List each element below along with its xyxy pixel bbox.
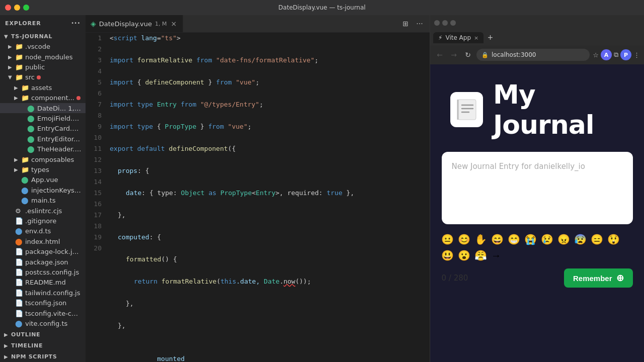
browser-tab-vite[interactable]: ⚡ Vite App ×	[433, 32, 484, 43]
emoji-beam[interactable]: 😁	[507, 232, 521, 246]
tab-close-button[interactable]: ×	[170, 20, 178, 28]
sidebar-item-injectionkeys[interactable]: ⬤ injectionKeys.ts	[0, 185, 86, 195]
sidebar-item-eslintrc[interactable]: ⚙ .eslintrc.cjs	[0, 206, 86, 216]
file-icon: 📄	[15, 289, 23, 297]
more-actions-icon[interactable]: ···	[415, 20, 425, 28]
sidebar-item-tsconfig[interactable]: 📄 tsconfig.json	[0, 298, 86, 308]
browser-toolbar: ← → ↻ 🔒 localhost:3000 ☆ A ⧉ P ⋮	[430, 45, 644, 64]
sidebar-item-emojifield[interactable]: ⬤ EmojiField.vue	[0, 113, 86, 123]
address-bar[interactable]: 🔒 localhost:3000	[476, 49, 590, 61]
sidebar-item-envdts[interactable]: ⬤ env.d.ts	[0, 226, 86, 236]
journal-entry-textarea[interactable]	[452, 162, 623, 212]
remember-button[interactable]: Remember ⊕	[564, 268, 633, 288]
browser-close[interactable]	[434, 20, 440, 26]
sidebar-item-appvue[interactable]: ⬤ App.vue	[0, 175, 86, 185]
emoji-hand[interactable]: ✋	[473, 232, 488, 246]
sidebar-item-packagejson[interactable]: 📄 package.json	[0, 257, 86, 267]
sidebar-item-public[interactable]: ▶ 📁 public	[0, 62, 86, 72]
browser-title-bar	[430, 15, 644, 30]
split-editor-icon[interactable]: ⊞	[400, 20, 411, 28]
maximize-button[interactable]	[23, 5, 29, 11]
sidebar-item-components[interactable]: ▶ 📁 component...	[0, 93, 86, 103]
emoji-expressionless[interactable]: 😑	[590, 232, 604, 246]
emoji-astonished[interactable]: 😲	[606, 232, 621, 246]
sidebar-item-maints[interactable]: ⬤ main.ts	[0, 196, 86, 206]
arrow-icon: ▶	[4, 354, 11, 359]
code-line-26	[110, 309, 430, 320]
emoji-grin[interactable]: 😄	[490, 232, 505, 246]
sidebar-item-postcss[interactable]: 📄 postcss.config.js	[0, 267, 86, 277]
emoji-cry[interactable]: 😭	[523, 232, 538, 246]
profile-avatar[interactable]: P	[620, 49, 631, 60]
vue-file-icon: ⬤	[21, 176, 29, 184]
item-label: tsconfig.json	[25, 299, 66, 307]
emoji-smiley[interactable]: 😃	[440, 248, 455, 262]
code-line-29: mounted (property) date: Entry	[110, 342, 430, 353]
sidebar-item-composables[interactable]: ▶ 📁 composables	[0, 154, 86, 164]
sidebar-item-tailwind[interactable]: 📄 tailwind.config.js	[0, 288, 86, 298]
sidebar-item-tsconfig-vite[interactable]: 📄 tsconfig.vite-conf...	[0, 308, 86, 318]
more-icon[interactable]: ⋮	[633, 51, 640, 59]
folder-icon: 📁	[21, 84, 29, 92]
modified-badge	[76, 96, 80, 100]
traffic-lights	[5, 5, 29, 11]
sidebar-item-entryeditor[interactable]: ⬤ EntryEditor.vue	[0, 134, 86, 144]
title-bar: DateDisplay.vue — ts-journal	[0, 0, 644, 15]
user-avatar[interactable]: A	[601, 49, 612, 60]
sidebar-item-root[interactable]: ▼ TS-JOURNAL	[0, 31, 86, 41]
arrow-icon: ▶	[8, 54, 15, 60]
sidebar-item-readme[interactable]: 📄 README.md	[0, 278, 86, 288]
code-line-9: import type { PropType } from "vue";	[110, 121, 430, 132]
emoji-arrow[interactable]: →	[490, 249, 502, 262]
reload-button[interactable]: ↻	[462, 50, 473, 60]
sidebar-item-indexhtml[interactable]: ⬤ index.html	[0, 236, 86, 246]
app-header: My Journal	[440, 79, 634, 140]
sidebar-item-src[interactable]: ▼ 📁 src	[0, 72, 86, 82]
sidebar-item-theheader[interactable]: ⬤ TheHeader.vue	[0, 144, 86, 154]
char-count: 0 / 280	[442, 274, 468, 283]
bookmark-icon[interactable]: ☆	[593, 51, 599, 59]
code-line-3: import formatRelative from "date-fns/for…	[110, 55, 430, 66]
emoji-open-mouth[interactable]: 😮	[457, 248, 471, 262]
sidebar-item-packagelock[interactable]: 📄 package-lock.json	[0, 247, 86, 257]
sidebar-item-assets[interactable]: ▶ 📁 assets	[0, 82, 86, 93]
emoji-angry[interactable]: 😠	[556, 232, 571, 246]
emoji-sad[interactable]: 😢	[540, 232, 554, 246]
new-tab-button[interactable]: +	[486, 33, 495, 43]
sidebar-footer-timeline[interactable]: ▶ TIMELINE	[0, 340, 86, 351]
item-label: node_modules	[25, 53, 72, 61]
sidebar-item-node-modules[interactable]: ▶ 📁 node_modules	[0, 52, 86, 62]
forward-button[interactable]: →	[448, 50, 459, 60]
browser-tab-close-button[interactable]: ×	[474, 35, 478, 41]
emoji-happy[interactable]: 😊	[457, 232, 471, 246]
code-line-4	[110, 66, 430, 77]
sidebar-item-datedisplay[interactable]: ⬤ DateDi... 1, M	[0, 103, 86, 113]
browser-maximize[interactable]	[450, 20, 456, 26]
sidebar-footer-npm-scripts[interactable]: ▶ NPM SCRIPTS	[0, 351, 86, 362]
code-line-24	[110, 287, 430, 298]
code-line-10	[110, 132, 430, 143]
sidebar-item-entrycard[interactable]: ⬤ EntryCard.vue	[0, 124, 86, 134]
sidebar-footer-outline[interactable]: ▶ OUTLINE	[0, 329, 86, 340]
browser-minimize[interactable]	[442, 20, 448, 26]
editor-tab-bar: ◈ DateDisplay.vue 1, M × ⊞ ···	[86, 15, 430, 33]
vue-file-icon: ⬤	[27, 145, 35, 153]
tab-bar-right: ⊞ ···	[400, 20, 430, 28]
code-line-19: computed: {	[110, 232, 430, 243]
editor-tab-datedisplay[interactable]: ◈ DateDisplay.vue 1, M ×	[86, 15, 183, 32]
minimize-button[interactable]	[14, 5, 20, 11]
sidebar-item-vscode[interactable]: ▶ 📁 .vscode	[0, 41, 86, 51]
emoji-neutral[interactable]: 😐	[440, 232, 455, 246]
code-line-13: props: {	[110, 165, 430, 176]
extensions-icon[interactable]: ⧉	[614, 51, 618, 59]
browser-tab-bar: ⚡ Vite App × +	[430, 30, 644, 45]
close-button[interactable]	[5, 5, 11, 11]
sidebar-item-gitignore[interactable]: 📄 .gitignore	[0, 216, 86, 226]
new-file-icon[interactable]: ···	[71, 19, 80, 27]
code-content[interactable]: <script lang="ts"> import formatRelative…	[106, 33, 430, 362]
emoji-sweat[interactable]: 😰	[573, 232, 588, 246]
emoji-triumph[interactable]: 😤	[473, 248, 488, 262]
back-button[interactable]: ←	[434, 50, 445, 60]
sidebar-item-vite-config[interactable]: ⬤ vite.config.ts	[0, 318, 86, 328]
sidebar-item-types[interactable]: ▶ 📁 types	[0, 164, 86, 174]
